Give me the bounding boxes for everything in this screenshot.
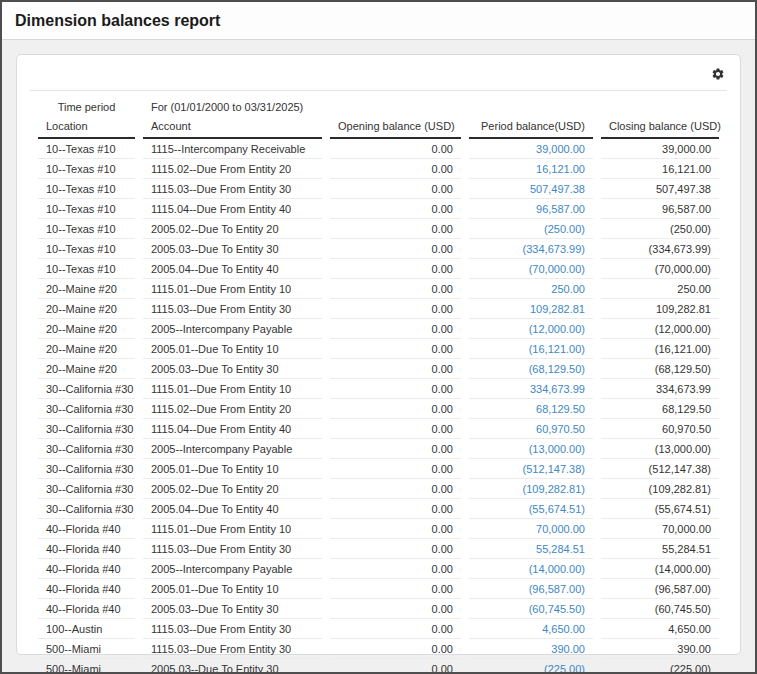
period-balance-link[interactable]: (13,000.00) xyxy=(469,439,593,459)
table-row: 20--Maine #201115.03--Due From Entity 30… xyxy=(38,299,719,319)
period-balance-link[interactable]: (109,282.81) xyxy=(469,479,593,499)
table-row: 40--Florida #402005--Intercompany Payabl… xyxy=(38,559,719,579)
location-cell: 30--California #30 xyxy=(38,439,135,459)
report-window: Dimension balances report xyxy=(0,0,757,674)
closing-balance-cell: (12,000.00) xyxy=(601,319,719,339)
table-row: 10--Texas #102005.03--Due To Entity 300.… xyxy=(38,239,719,259)
opening-balance-cell: 0.00 xyxy=(330,259,461,279)
period-balance-link[interactable]: (225.00) xyxy=(469,659,593,674)
period-balance-link[interactable]: 68,129.50 xyxy=(469,399,593,419)
location-cell: 20--Maine #20 xyxy=(38,359,135,379)
closing-balance-cell: (512,147.38) xyxy=(601,459,719,479)
column-header-account: Account xyxy=(143,118,322,139)
table-row: 10--Texas #101115.03--Due From Entity 30… xyxy=(38,179,719,199)
table-row: 10--Texas #101115.02--Due From Entity 20… xyxy=(38,159,719,179)
closing-balance-cell: 109,282.81 xyxy=(601,299,719,319)
period-balance-link[interactable]: (96,587.00) xyxy=(469,579,593,599)
location-cell: 10--Texas #10 xyxy=(38,159,135,179)
closing-balance-cell: (68,129.50) xyxy=(601,359,719,379)
location-cell: 40--Florida #40 xyxy=(38,559,135,579)
table-row: 40--Florida #402005.01--Due To Entity 10… xyxy=(38,579,719,599)
table-row: 30--California #301115.04--Due From Enti… xyxy=(38,419,719,439)
closing-balance-cell: (13,000.00) xyxy=(601,439,719,459)
account-cell: 2005.02--Due To Entity 20 xyxy=(143,219,322,239)
closing-balance-cell: 68,129.50 xyxy=(601,399,719,419)
opening-balance-cell: 0.00 xyxy=(330,279,461,299)
table-row: 20--Maine #202005--Intercompany Payable0… xyxy=(38,319,719,339)
closing-balance-cell: 4,650.00 xyxy=(601,619,719,639)
table-row: 500--Miami1115.03--Due From Entity 300.0… xyxy=(38,639,719,659)
location-cell: 40--Florida #40 xyxy=(38,539,135,559)
period-balance-link[interactable]: (55,674.51) xyxy=(469,499,593,519)
table-row: 20--Maine #202005.03--Due To Entity 300.… xyxy=(38,359,719,379)
period-balance-link[interactable]: 4,650.00 xyxy=(469,619,593,639)
opening-balance-cell: 0.00 xyxy=(330,319,461,339)
period-balance-link[interactable]: 250.00 xyxy=(469,279,593,299)
settings-button[interactable] xyxy=(711,67,725,81)
location-cell: 20--Maine #20 xyxy=(38,279,135,299)
closing-balance-cell: 250.00 xyxy=(601,279,719,299)
period-balance-link[interactable]: (512,147.38) xyxy=(469,459,593,479)
table-row: 500--Miami2005.03--Due To Entity 300.00(… xyxy=(38,659,719,674)
opening-balance-cell: 0.00 xyxy=(330,239,461,259)
account-cell: 2005--Intercompany Payable xyxy=(143,439,322,459)
period-balance-link[interactable]: 109,282.81 xyxy=(469,299,593,319)
period-balance-link[interactable]: 55,284.51 xyxy=(469,539,593,559)
table-row: 10--Texas #102005.02--Due To Entity 200.… xyxy=(38,219,719,239)
table-row: 20--Maine #202005.01--Due To Entity 100.… xyxy=(38,339,719,359)
period-balance-link[interactable]: (16,121.00) xyxy=(469,339,593,359)
closing-balance-cell: (55,674.51) xyxy=(601,499,719,519)
closing-balance-cell: 70,000.00 xyxy=(601,519,719,539)
location-cell: 30--California #30 xyxy=(38,499,135,519)
period-balance-link[interactable]: 334,673.99 xyxy=(469,379,593,399)
account-cell: 2005.04--Due To Entity 40 xyxy=(143,259,322,279)
period-balance-link[interactable]: (334,673.99) xyxy=(469,239,593,259)
closing-balance-cell: 334,673.99 xyxy=(601,379,719,399)
opening-balance-cell: 0.00 xyxy=(330,439,461,459)
period-balance-link[interactable]: 507,497.38 xyxy=(469,179,593,199)
period-balance-link[interactable]: 39,000.00 xyxy=(469,139,593,159)
closing-balance-cell: (96,587.00) xyxy=(601,579,719,599)
opening-balance-cell: 0.00 xyxy=(330,579,461,599)
period-balance-link[interactable]: 16,121.00 xyxy=(469,159,593,179)
column-header-period-balance: Period balance(USD) xyxy=(469,118,593,139)
opening-balance-cell: 0.00 xyxy=(330,339,461,359)
opening-balance-cell: 0.00 xyxy=(330,219,461,239)
report-table-body: 10--Texas #101115--Intercompany Receivab… xyxy=(38,139,719,674)
closing-balance-cell: (109,282.81) xyxy=(601,479,719,499)
time-period-label: Time period xyxy=(38,94,135,118)
location-cell: 10--Texas #10 xyxy=(38,239,135,259)
location-cell: 40--Florida #40 xyxy=(38,579,135,599)
location-cell: 100--Austin xyxy=(38,619,135,639)
account-cell: 1115.01--Due From Entity 10 xyxy=(143,279,322,299)
table-row: 40--Florida #401115.01--Due From Entity … xyxy=(38,519,719,539)
table-row: 40--Florida #402005.03--Due To Entity 30… xyxy=(38,599,719,619)
period-balance-link[interactable]: (14,000.00) xyxy=(469,559,593,579)
period-balance-link[interactable]: 96,587.00 xyxy=(469,199,593,219)
table-row: 30--California #301115.02--Due From Enti… xyxy=(38,399,719,419)
period-balance-link[interactable]: 390.00 xyxy=(469,639,593,659)
opening-balance-cell: 0.00 xyxy=(330,179,461,199)
closing-balance-cell: (70,000.00) xyxy=(601,259,719,279)
account-cell: 1115.03--Due From Entity 30 xyxy=(143,639,322,659)
period-balance-link[interactable]: (250.00) xyxy=(469,219,593,239)
location-cell: 30--California #30 xyxy=(38,379,135,399)
period-balance-link[interactable]: (68,129.50) xyxy=(469,359,593,379)
closing-balance-cell: 507,497.38 xyxy=(601,179,719,199)
opening-balance-cell: 0.00 xyxy=(330,519,461,539)
location-cell: 30--California #30 xyxy=(38,419,135,439)
period-balance-link[interactable]: (60,745.50) xyxy=(469,599,593,619)
title-bar: Dimension balances report xyxy=(2,2,755,40)
period-balance-link[interactable]: (12,000.00) xyxy=(469,319,593,339)
table-row: 30--California #302005--Intercompany Pay… xyxy=(38,439,719,459)
table-row: 100--Austin1115.03--Due From Entity 300.… xyxy=(38,619,719,639)
time-period-value: For (01/01/2000 to 03/31/2025) xyxy=(143,94,719,118)
period-balance-link[interactable]: (70,000.00) xyxy=(469,259,593,279)
account-cell: 2005.03--Due To Entity 30 xyxy=(143,239,322,259)
opening-balance-cell: 0.00 xyxy=(330,659,461,674)
gear-icon xyxy=(711,69,725,84)
table-row: 30--California #301115.01--Due From Enti… xyxy=(38,379,719,399)
period-balance-link[interactable]: 60,970.50 xyxy=(469,419,593,439)
period-balance-link[interactable]: 70,000.00 xyxy=(469,519,593,539)
opening-balance-cell: 0.00 xyxy=(330,419,461,439)
